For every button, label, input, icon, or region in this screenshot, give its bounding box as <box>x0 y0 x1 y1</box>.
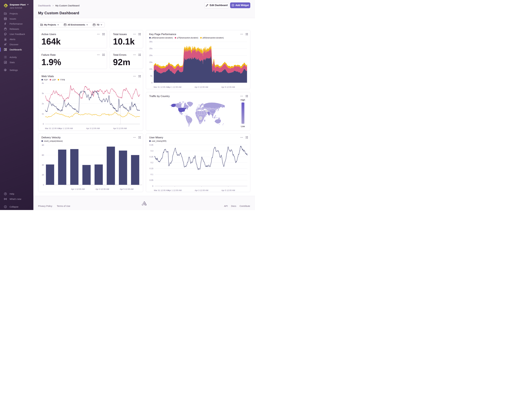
svg-text:Apr 1 12:00 AM: Apr 1 12:00 AM <box>59 127 73 129</box>
svg-text:15s: 15s <box>149 61 153 63</box>
svg-text:Apr 5 12:00 AM: Apr 5 12:00 AM <box>113 127 127 129</box>
svg-text:0: 0 <box>152 185 153 187</box>
svg-text:0.25: 0.25 <box>149 156 153 158</box>
svg-text:Apr 5 12:00 AM: Apr 5 12:00 AM <box>222 189 235 191</box>
svg-text:Mar 31 12:00 AM: Mar 31 12:00 AM <box>154 86 169 88</box>
svg-text:25s: 25s <box>149 47 153 50</box>
svg-text:20: 20 <box>42 174 44 176</box>
svg-text:0.3: 0.3 <box>151 150 153 152</box>
svg-text:5s: 5s <box>150 75 153 77</box>
svg-text:Apr 1 12:00 AM: Apr 1 12:00 AM <box>71 188 85 190</box>
svg-text:3s: 3s <box>42 92 44 94</box>
svg-text:80: 80 <box>42 144 44 146</box>
svg-text:0.2: 0.2 <box>151 161 153 164</box>
svg-text:Apr 1 12:00 AM: Apr 1 12:00 AM <box>168 86 181 88</box>
svg-text:Apr 3 12:00 AM: Apr 3 12:00 AM <box>195 189 208 191</box>
svg-text:Apr 5 12:00 AM: Apr 5 12:00 AM <box>221 86 235 88</box>
svg-text:30s: 30s <box>149 41 153 43</box>
svg-text:Apr 3 12:00 AM: Apr 3 12:00 AM <box>195 86 208 88</box>
svg-text:0.05: 0.05 <box>149 179 153 181</box>
svg-text:0.35: 0.35 <box>149 144 153 146</box>
svg-text:Apr 3 12:00 AM: Apr 3 12:00 AM <box>96 188 109 190</box>
svg-text:Mar 31 12:00 AM: Mar 31 12:00 AM <box>45 127 60 129</box>
svg-text:2s: 2s <box>42 102 44 105</box>
svg-text:Apr 5 12:00 AM: Apr 5 12:00 AM <box>120 188 133 190</box>
svg-text:0: 0 <box>151 82 152 84</box>
svg-text:Apr 1 12:00 AM: Apr 1 12:00 AM <box>168 189 182 191</box>
svg-text:0.1: 0.1 <box>151 173 153 176</box>
svg-text:Apr 3 12:00 AM: Apr 3 12:00 AM <box>86 127 100 129</box>
svg-text:10s: 10s <box>149 68 153 70</box>
svg-text:Mar 31 12:00 AM: Mar 31 12:00 AM <box>154 189 169 191</box>
svg-text:20s: 20s <box>149 54 153 56</box>
svg-text:0: 0 <box>43 184 44 186</box>
svg-text:60: 60 <box>42 154 44 156</box>
svg-text:0: 0 <box>43 123 44 125</box>
svg-text:4s: 4s <box>42 82 44 84</box>
svg-text:1s: 1s <box>42 113 44 115</box>
svg-text:0.15: 0.15 <box>149 167 153 170</box>
svg-text:40: 40 <box>42 164 44 166</box>
